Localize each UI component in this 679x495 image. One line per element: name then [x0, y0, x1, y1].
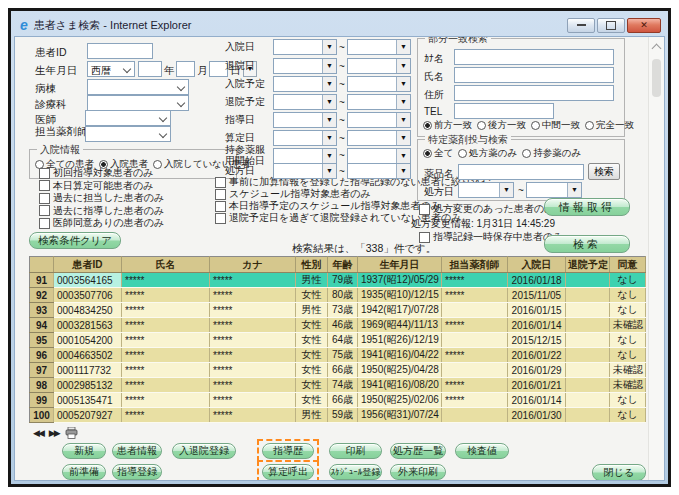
footer-button[interactable]: ｽｹｼﾞｭｰﾙ登録 — [329, 464, 382, 480]
partial-match-field-input[interactable] — [454, 49, 614, 65]
department-select[interactable] — [87, 95, 189, 111]
dropdown-arrow-icon[interactable]: ▼ — [396, 164, 410, 178]
date-to-input[interactable]: ▼ — [347, 163, 411, 179]
radio-icon[interactable] — [423, 121, 432, 130]
drug-type-radio[interactable]: 全て — [423, 147, 453, 160]
checkbox-icon[interactable] — [419, 232, 430, 243]
era-select[interactable]: 西暦 — [87, 61, 135, 77]
drug-type-radio[interactable]: 持参薬のみ — [522, 147, 581, 160]
dropdown-arrow-icon[interactable]: ▼ — [322, 40, 336, 54]
checkbox-icon[interactable] — [419, 204, 430, 215]
vertical-scrollbar[interactable] — [648, 37, 664, 480]
dropdown-arrow-icon[interactable]: ▼ — [396, 95, 410, 109]
close-window-button[interactable]: ✕ — [627, 18, 661, 33]
footer-button-highlighted[interactable]: 指導歴 — [262, 443, 314, 459]
doctor-select[interactable] — [85, 110, 171, 126]
dropdown-arrow-icon[interactable]: ▼ — [396, 149, 410, 163]
table-row[interactable]: 1000005207927**********男性59歳1956(昭31)/07… — [30, 408, 646, 423]
table-row[interactable]: 950001054200**********女性64歳1951(昭26)/12/… — [30, 333, 646, 348]
footer-button[interactable]: 入退院登録 — [172, 443, 236, 459]
radio-icon[interactable] — [522, 149, 531, 158]
dropdown-arrow-icon[interactable]: ▼ — [322, 77, 336, 91]
checkbox-icon[interactable] — [39, 205, 50, 216]
date-to-input[interactable]: ▼ — [347, 112, 411, 128]
match-type-radio[interactable]: 中間一致 — [531, 119, 580, 132]
prescription-date-to-input[interactable]: ▼ — [526, 182, 582, 198]
dropdown-arrow-icon[interactable]: ▼ — [322, 164, 336, 178]
minimize-button[interactable] — [567, 18, 595, 33]
radio-icon[interactable] — [477, 121, 486, 130]
ward-select[interactable] — [87, 79, 189, 95]
footer-button[interactable]: 外来印刷 — [390, 464, 446, 480]
printer-icon[interactable] — [65, 427, 78, 439]
date-from-input[interactable]: ▼ — [273, 39, 337, 55]
footer-button[interactable]: 処方歴一覧 — [390, 443, 446, 459]
dropdown-arrow-icon[interactable]: ▼ — [396, 131, 410, 145]
radio-icon[interactable] — [423, 149, 432, 158]
date-from-input[interactable]: ▼ — [273, 94, 337, 110]
dropdown-arrow-icon[interactable]: ▼ — [396, 113, 410, 127]
date-from-input[interactable]: ▼ — [273, 130, 337, 146]
scrollbar-thumb[interactable] — [652, 59, 661, 97]
prev-page-button[interactable]: ◀◀ — [33, 428, 43, 438]
checkbox-icon[interactable] — [215, 213, 226, 224]
drug-search-button[interactable]: 検索 — [588, 163, 620, 180]
footer-button[interactable]: 指導登録 — [112, 464, 162, 480]
date-from-input[interactable]: ▼ — [273, 148, 337, 164]
temp-save-checkbox[interactable]: 指導記録一時保存中患者のみ — [419, 230, 563, 244]
table-row[interactable]: 920003507706**********女性80歳1935(昭10)/12/… — [30, 288, 646, 303]
partial-match-field-input[interactable] — [454, 67, 614, 83]
date-from-input[interactable]: ▼ — [273, 76, 337, 92]
dropdown-arrow-icon[interactable]: ▼ — [322, 59, 336, 73]
table-row[interactable]: 970001117732**********女性66歳1950(昭25)/04/… — [30, 363, 646, 378]
checkbox-icon[interactable] — [39, 180, 50, 191]
footer-button[interactable]: 検査値 — [455, 443, 509, 459]
dropdown-arrow-icon[interactable]: ▼ — [322, 149, 336, 163]
date-to-input[interactable]: ▼ — [347, 39, 411, 55]
close-dialog-button[interactable]: 閉じる — [592, 464, 646, 481]
prescription-date-from-input[interactable]: ▼ — [458, 182, 514, 198]
radio-icon[interactable] — [531, 121, 540, 130]
date-to-input[interactable]: ▼ — [347, 58, 411, 74]
checkbox-icon[interactable] — [39, 218, 50, 229]
info-fetch-button[interactable]: 情報取得 — [544, 198, 630, 216]
checkbox-icon[interactable] — [215, 189, 226, 200]
footer-button[interactable]: 新規 — [62, 443, 106, 459]
table-row[interactable]: 960004663502**********女性75歳1941(昭16)/04/… — [30, 348, 646, 363]
table-row[interactable]: 930004834250**********男性73歳1942(昭17)/07/… — [30, 303, 646, 318]
date-to-input[interactable]: ▼ — [347, 94, 411, 110]
dropdown-arrow-icon[interactable]: ▼ — [396, 77, 410, 91]
radio-icon[interactable] — [458, 149, 467, 158]
footer-button[interactable]: 前準備 — [62, 464, 106, 480]
pharmacist-select[interactable] — [85, 126, 171, 142]
dropdown-arrow-icon[interactable]: ▼ — [322, 131, 336, 145]
footer-button[interactable]: 患者情報 — [112, 443, 162, 459]
date-from-input[interactable]: ▼ — [273, 112, 337, 128]
next-page-button[interactable]: ▶▶ — [49, 428, 59, 438]
radio-icon[interactable] — [153, 160, 162, 169]
table-row[interactable]: 910003564165**********男性79歳1937(昭12)/05/… — [30, 273, 646, 288]
partial-match-field-input[interactable] — [454, 103, 554, 119]
search-button[interactable]: 検索 — [544, 235, 630, 253]
checkbox-icon[interactable] — [39, 193, 50, 204]
clear-search-button[interactable]: 検索条件クリア — [29, 232, 121, 249]
date-to-input[interactable]: ▼ — [347, 76, 411, 92]
radio-icon[interactable] — [585, 121, 594, 130]
birth-month-input[interactable] — [176, 61, 195, 77]
partial-match-field-input[interactable] — [454, 85, 614, 101]
dropdown-arrow-icon[interactable]: ▼ — [396, 59, 410, 73]
dropdown-arrow-icon[interactable]: ▼ — [499, 183, 513, 197]
dropdown-arrow-icon[interactable]: ▼ — [567, 183, 581, 197]
date-to-input[interactable]: ▼ — [347, 130, 411, 146]
date-from-input[interactable]: ▼ — [273, 58, 337, 74]
checkbox-icon[interactable] — [215, 201, 226, 212]
dropdown-arrow-icon[interactable]: ▼ — [322, 95, 336, 109]
maximize-button[interactable] — [597, 18, 625, 33]
match-type-radio[interactable]: 後方一致 — [477, 119, 526, 132]
table-row[interactable]: 980002985132**********女性74歳1941(昭16)/08/… — [30, 378, 646, 393]
prescription-change-checkbox[interactable]: 処方変更のあった患者のみ — [419, 202, 554, 216]
patient-id-input[interactable] — [87, 43, 153, 59]
table-row[interactable]: 940003281563**********女性46歳1969(昭44)/11/… — [30, 318, 646, 333]
dropdown-arrow-icon[interactable]: ▼ — [396, 40, 410, 54]
dropdown-arrow-icon[interactable]: ▼ — [322, 113, 336, 127]
